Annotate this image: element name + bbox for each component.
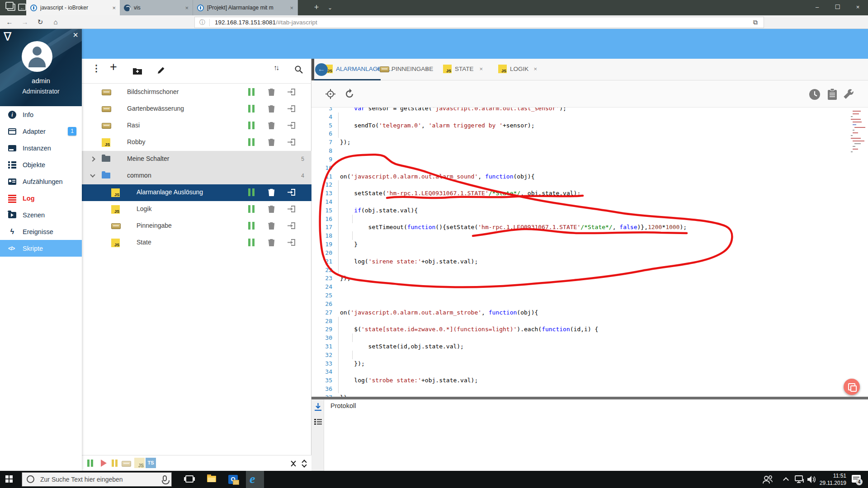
microphone-icon[interactable]: [163, 475, 167, 481]
hidden-icons-chevron[interactable]: [783, 477, 789, 483]
sidebar-item-szenen[interactable]: Szenen: [0, 206, 82, 223]
file-explorer-button[interactable]: [203, 471, 221, 488]
refresh-script-icon[interactable]: [344, 89, 355, 101]
log-list-icon[interactable]: [314, 418, 322, 427]
editor-tab[interactable]: LOGIK×: [498, 59, 538, 80]
splitter-handle[interactable]: [311, 59, 314, 80]
task-view-button[interactable]: [181, 471, 199, 488]
window-close-button[interactable]: ×: [848, 0, 868, 15]
script-tree-row[interactable]: State: [82, 235, 311, 251]
sidebar-close-icon[interactable]: ×: [73, 30, 78, 40]
pause-script-icon[interactable]: [248, 105, 256, 114]
script-tree-row[interactable]: Gartenbewässerung: [82, 101, 311, 117]
script-tree-row[interactable]: Rasi: [82, 117, 311, 134]
settings-wrench-icon[interactable]: [843, 89, 854, 101]
code-editor[interactable]: 3 var sensor = getState('javascript.0.al…: [311, 108, 868, 397]
export-script-icon[interactable]: [288, 122, 296, 131]
delete-script-icon[interactable]: [268, 222, 275, 231]
delete-script-icon[interactable]: [268, 105, 275, 114]
minimap[interactable]: [851, 111, 865, 156]
pause-script-icon[interactable]: [248, 122, 256, 131]
sidebar-item-ereignisse[interactable]: ϟEreignisse: [0, 223, 82, 240]
delete-script-icon[interactable]: [268, 205, 275, 215]
delete-script-icon[interactable]: [268, 239, 275, 248]
people-icon[interactable]: [762, 475, 773, 488]
filter-paused-icon[interactable]: [112, 460, 119, 469]
outlook-button[interactable]: O: [224, 471, 242, 488]
filter-blockly-icon[interactable]: [122, 461, 131, 467]
pause-script-icon[interactable]: [248, 222, 256, 231]
volume-icon[interactable]: [807, 475, 816, 488]
browser-tab[interactable]: [Projekt] Alarmanlage mit m×: [193, 0, 298, 15]
export-script-icon[interactable]: [288, 138, 296, 148]
add-script-icon[interactable]: +: [110, 60, 117, 74]
sidebar-item-objekte[interactable]: Objekte: [0, 156, 82, 173]
tabs-aside-icon[interactable]: [7, 4, 15, 11]
taskbar-search[interactable]: Zur Suche Text hier eingeben: [22, 472, 172, 487]
tab-close-icon[interactable]: ×: [290, 5, 293, 11]
pause-script-icon[interactable]: [248, 205, 256, 215]
overflow-menu-icon[interactable]: ⋮: [92, 63, 101, 74]
script-tree-row[interactable]: Meine Schalter5: [82, 151, 311, 168]
address-field[interactable]: ⓘ 192.168.178.151:8081/#tab-javascript ⧉: [194, 17, 764, 28]
chevron-down-icon[interactable]: [90, 172, 95, 177]
delete-script-icon[interactable]: [268, 188, 275, 198]
reading-view-icon[interactable]: ⧉: [749, 17, 762, 28]
script-tree-row[interactable]: Alarmanlage Auslösung: [82, 184, 311, 201]
forward-icon[interactable]: →: [19, 17, 31, 28]
taskbar-clock[interactable]: 11:51 29.11.2019: [816, 472, 846, 487]
sidebar-item-adapter[interactable]: Adapter1: [0, 123, 82, 140]
window-maximize-button[interactable]: ☐: [827, 0, 848, 15]
restore-tabs-icon[interactable]: ←: [18, 4, 26, 11]
sidebar-item-log[interactable]: Log: [0, 190, 82, 206]
edit-pencil-icon[interactable]: [157, 66, 165, 76]
script-tree-row[interactable]: Bildschirmschoner: [82, 84, 311, 101]
export-script-icon[interactable]: [288, 188, 296, 198]
new-tab-button[interactable]: +: [310, 0, 323, 15]
home-icon[interactable]: ⌂: [50, 17, 61, 28]
editor-tab[interactable]: PINNEINGABE×: [380, 59, 429, 80]
editor-tab[interactable]: STATE×: [443, 59, 484, 80]
expand-all-icon[interactable]: [302, 459, 308, 468]
export-script-icon[interactable]: [288, 222, 296, 231]
script-tree-row[interactable]: Logik: [82, 201, 311, 218]
delete-script-icon[interactable]: [268, 122, 275, 131]
fab-button[interactable]: [844, 379, 860, 395]
tab-close-icon[interactable]: ×: [425, 66, 429, 72]
locate-target-icon[interactable]: [325, 89, 336, 101]
back-icon[interactable]: ←: [4, 17, 15, 28]
sidebar-item-instanzen[interactable]: Instanzen: [0, 140, 82, 156]
search-icon[interactable]: [294, 65, 303, 76]
browser-tab[interactable]: vis×: [120, 0, 193, 15]
tab-close-icon[interactable]: ×: [112, 5, 116, 11]
export-script-icon[interactable]: [288, 239, 296, 248]
browser-tab[interactable]: javascript - ioBroker×: [26, 0, 120, 15]
filter-js-button[interactable]: JS: [134, 458, 145, 468]
script-tree-row[interactable]: common4: [82, 168, 311, 184]
edge-button[interactable]: e: [246, 471, 264, 488]
network-icon[interactable]: [795, 475, 805, 488]
pause-script-icon[interactable]: [248, 239, 256, 248]
pause-script-icon[interactable]: [248, 88, 256, 98]
tab-close-icon[interactable]: ×: [185, 5, 189, 11]
tab-preview-chevron-icon[interactable]: ⌄: [324, 0, 336, 15]
chevron-right-icon[interactable]: [90, 156, 95, 161]
editor-tab[interactable]: ←ALARMANLAGE A...×: [314, 59, 381, 80]
back-arrow-icon[interactable]: ←: [315, 63, 328, 76]
start-button[interactable]: [5, 475, 13, 483]
collapse-all-icon[interactable]: [291, 459, 297, 468]
add-folder-icon[interactable]: [132, 67, 142, 76]
tab-close-icon[interactable]: ×: [479, 66, 483, 72]
url-text[interactable]: 192.168.178.151:8081/#tab-javascript: [215, 17, 317, 28]
filter-running-icon[interactable]: [87, 460, 94, 469]
clipboard-icon[interactable]: [827, 89, 838, 102]
sidebar-item-aufzählungen[interactable]: Aufzählungen: [0, 173, 82, 190]
download-log-icon[interactable]: [314, 403, 322, 413]
avatar[interactable]: [22, 41, 52, 72]
script-tree-row[interactable]: Pinneingabe: [82, 218, 311, 235]
filter-ts-button[interactable]: TS: [146, 458, 156, 468]
export-script-icon[interactable]: [288, 105, 296, 114]
sort-icon[interactable]: ↑↓: [274, 64, 278, 72]
refresh-icon[interactable]: ↻: [34, 17, 46, 28]
sidebar-item-skripte[interactable]: </>Skripte: [0, 240, 82, 257]
